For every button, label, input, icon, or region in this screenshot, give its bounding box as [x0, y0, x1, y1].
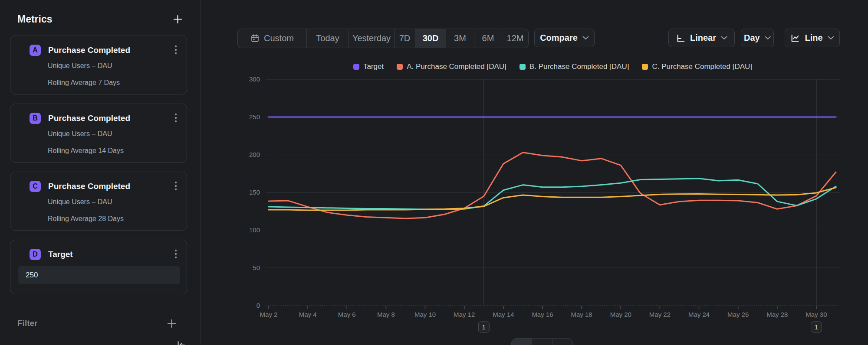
metric-options-button[interactable]: [174, 180, 178, 193]
metric-measure-label: Unique Users – DAU: [48, 198, 112, 206]
metric-card-title: Purchase Completed: [48, 46, 174, 55]
sidebar-title: Metrics: [17, 13, 53, 25]
series-line-b-purchase-completed-dau-: [269, 179, 836, 209]
x-tick-label: May 12: [454, 311, 475, 318]
metric-options-button[interactable]: [174, 112, 178, 125]
metric-card-title: Target: [48, 250, 174, 259]
annotation-badge-label: 1: [815, 323, 818, 331]
metric-card-header: CPurchase Completed: [30, 181, 178, 192]
target-value-input[interactable]: [18, 266, 180, 284]
series-line-c-purchase-completed-dau-: [269, 188, 836, 210]
metric-badge: D: [30, 249, 41, 260]
filter-label: Filter: [17, 319, 37, 328]
metric-measure-label: Unique Users – DAU: [48, 62, 112, 70]
x-tick-label: May 14: [493, 311, 514, 318]
metric-card[interactable]: CPurchase CompletedUnique Users – DAURol…: [10, 172, 187, 231]
x-tick-label: May 20: [610, 311, 631, 318]
x-tick-label: May 8: [377, 311, 395, 318]
x-tick-label: May 28: [766, 311, 788, 318]
metric-options-button[interactable]: [174, 248, 178, 261]
add-filter-button[interactable]: [167, 319, 177, 329]
metric-card[interactable]: APurchase CompletedUnique Users – DAURol…: [10, 36, 187, 94]
metric-card-title: Purchase Completed: [48, 182, 174, 191]
filter-row: Filter: [17, 316, 177, 330]
chart-panel: CustomTodayYesterday7D30D3M6M12M Compare…: [201, 0, 868, 345]
x-tick-label: May 30: [806, 311, 827, 318]
metric-options-button[interactable]: [174, 44, 178, 57]
metric-card[interactable]: DTarget: [10, 240, 187, 294]
metric-card[interactable]: BPurchase CompletedUnique Users – DAURol…: [10, 104, 187, 163]
y-tick-label: 0: [256, 302, 260, 309]
metric-card-header: BPurchase Completed: [30, 113, 178, 124]
kebab-menu-icon: [174, 249, 177, 259]
y-tick-label: 200: [249, 151, 260, 158]
kebab-menu-icon: [174, 181, 177, 191]
metric-card-header: DTarget: [30, 249, 178, 260]
collapse-panel-icon: [175, 339, 186, 345]
x-axis-labels: May 2May 4May 6May 8May 10May 12May 14Ma…: [260, 306, 827, 318]
metric-badge: A: [30, 45, 41, 56]
sidebar-header: Metrics: [17, 10, 183, 28]
y-tick-label: 300: [249, 75, 260, 83]
metric-rolling-average-label: Rolling Average 28 Days: [48, 215, 124, 223]
kebab-menu-icon: [174, 45, 177, 55]
sidebar-divider: [0, 330, 201, 330]
x-tick-label: May 22: [649, 311, 671, 318]
chart-view-option-chart[interactable]: [512, 338, 532, 345]
plus-icon: [173, 14, 183, 24]
chart-view-option-table[interactable]: [532, 338, 552, 345]
y-tick-label: 50: [253, 264, 260, 271]
x-tick-label: May 18: [571, 311, 592, 318]
analytics-app: Metrics APurchase CompletedUnique Users …: [0, 0, 868, 345]
add-metric-button[interactable]: [173, 14, 183, 24]
plus-icon: [167, 319, 177, 329]
line-chart: 050100150200250300May 2May 4May 6May 8Ma…: [201, 0, 868, 345]
chart-view-toggle: [511, 338, 573, 345]
kebab-menu-icon: [174, 113, 177, 123]
y-axis-labels: 050100150200250300: [249, 75, 260, 309]
gridlines: [266, 79, 840, 268]
x-tick-label: May 4: [299, 311, 317, 318]
x-tick-label: May 6: [338, 311, 356, 318]
metric-rolling-average-label: Rolling Average 7 Days: [48, 79, 120, 87]
y-tick-label: 100: [249, 226, 260, 234]
x-tick-label: May 16: [532, 311, 553, 318]
x-tick-label: May 26: [727, 311, 749, 318]
annotation-badge-label: 1: [482, 323, 486, 331]
y-tick-label: 250: [249, 113, 260, 120]
y-tick-label: 150: [249, 189, 260, 196]
metric-badge: B: [30, 113, 41, 124]
chart-view-option-notes[interactable]: [552, 338, 572, 345]
x-tick-label: May 24: [688, 311, 710, 318]
metric-card-title: Purchase Completed: [48, 114, 174, 123]
metrics-sidebar: Metrics APurchase CompletedUnique Users …: [0, 0, 201, 345]
x-tick-label: May 2: [260, 311, 278, 318]
metric-rolling-average-label: Rolling Average 14 Days: [48, 147, 124, 155]
collapse-sidebar-button[interactable]: [173, 338, 188, 345]
x-tick-label: May 10: [414, 311, 436, 318]
metric-measure-label: Unique Users – DAU: [48, 130, 112, 138]
metric-badge: C: [30, 181, 41, 192]
metric-card-list: APurchase CompletedUnique Users – DAURol…: [10, 36, 187, 294]
metric-card-header: APurchase Completed: [30, 45, 178, 56]
